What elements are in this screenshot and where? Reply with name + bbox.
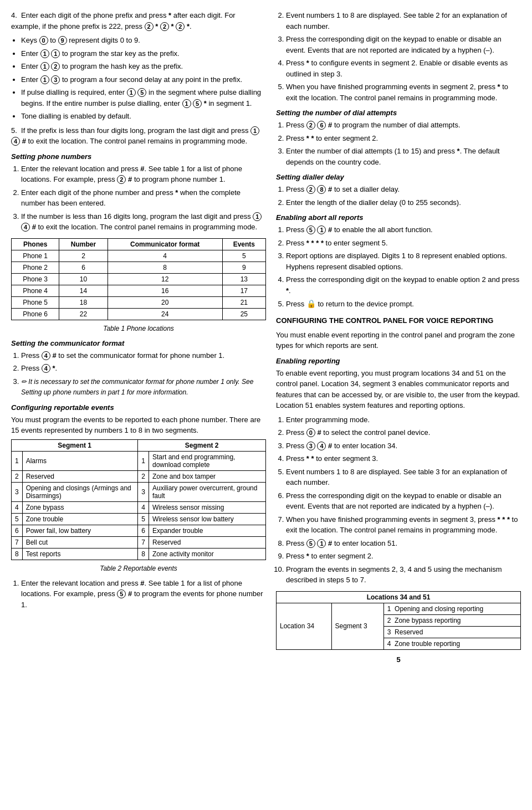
comm-step-3: ✏ It is necessary to set the communicato… bbox=[21, 376, 266, 398]
table1-header-number: Number bbox=[59, 238, 108, 250]
left-column: 4. Enter each digit of the phone prefix … bbox=[11, 10, 266, 664]
intro-bullet-1: Keys 0 to 9 represent digits 0 to 9. bbox=[21, 35, 266, 46]
table1-header-events: Events bbox=[222, 238, 265, 250]
table-row: 2Reserved 2Zone and box tamper bbox=[12, 470, 266, 482]
events-intro-section: Event numbers 1 to 8 are displayed. See … bbox=[276, 10, 521, 103]
table-row: Phone 6222425 bbox=[12, 308, 266, 320]
configuring-voice-header: CONFIGURING THE CONTROL PANEL FOR VOICE … bbox=[276, 315, 521, 326]
setting-phone-numbers-header: Setting phone numbers bbox=[11, 152, 266, 161]
right-column: Event numbers 1 to 8 are displayed. See … bbox=[276, 10, 521, 664]
configuring-voice-text: You must enable event reporting in the c… bbox=[276, 330, 521, 351]
abort-step-1: Press 5 1 # to enable the all abort func… bbox=[286, 224, 521, 235]
table-row: Phone 5182021 bbox=[12, 296, 266, 308]
enabling-reporting-header: Enabling reporting bbox=[276, 357, 521, 365]
enabling-step-4: Press * * to enter segment 3. bbox=[286, 453, 521, 464]
table-row: 1Alarms 1Start and end programming, down… bbox=[12, 451, 266, 470]
dial-attempts-section: Setting the number of dial attempts Pres… bbox=[276, 109, 521, 167]
seg3-label: Segment 3 bbox=[331, 603, 383, 649]
configuring-reportable-section: Configuring reportable events You must p… bbox=[11, 403, 266, 611]
configuring-reportable-text: You must program the events to be report… bbox=[11, 414, 266, 436]
bottom-step-1: Enter the relevant location and press #.… bbox=[21, 578, 266, 611]
table1-caption: Table 1 Phone locations bbox=[11, 324, 266, 334]
table-row: Location 34 Segment 3 1 Opening and clos… bbox=[277, 603, 521, 614]
dial-attempts-steps: Press 2 6 # to program the number of dia… bbox=[286, 120, 521, 167]
table-row: 3Opening and closings (Armings and Disar… bbox=[12, 482, 266, 501]
table3-section: Locations 34 and 51 Location 34 Segment … bbox=[276, 591, 521, 650]
intro-item-4: 4. Enter each digit of the phone prefix … bbox=[11, 10, 266, 32]
table-row: Phone 4141617 bbox=[12, 285, 266, 296]
enabling-step-8: Press 5 1 # to enter location 51. bbox=[286, 538, 521, 549]
enabling-step-2: Press 0 # to select the control panel de… bbox=[286, 427, 521, 438]
delay-step-2: Enter the length of the dialler delay (0… bbox=[286, 197, 521, 208]
setting-phone-step-2: Enter each digit of the phone number and… bbox=[21, 187, 266, 209]
abort-step-3: Report options are displayed. Digits 1 t… bbox=[286, 250, 521, 272]
configuring-reportable-header: Configuring reportable events bbox=[11, 403, 266, 412]
intro-bullet-3: Enter 1 2 to program the hash key as the… bbox=[21, 61, 266, 72]
table-row: 5Zone trouble 5Wireless sensor low batte… bbox=[12, 513, 266, 525]
setting-comm-header: Setting the communicator format bbox=[11, 339, 266, 347]
enabling-step-10: Program the events in segments 2, 3, 4 a… bbox=[286, 564, 521, 586]
enabling-steps: Enter programming mode. Press 0 # to sel… bbox=[286, 414, 521, 586]
delay-step-1: Press 2 8 # to set a dialler delay. bbox=[286, 184, 521, 195]
table1-section: Phones Number Communicator format Events… bbox=[11, 238, 266, 334]
intro-section: 4. Enter each digit of the phone prefix … bbox=[11, 10, 266, 147]
events-step-2: Event numbers 1 to 8 are displayed. See … bbox=[286, 10, 521, 32]
page-number: 5 bbox=[276, 655, 521, 664]
table1: Phones Number Communicator format Events… bbox=[11, 238, 266, 320]
table1-header-comm: Communicator format bbox=[108, 238, 222, 250]
loc34-label: Location 34 bbox=[277, 603, 332, 649]
abort-step-4: Press the corresponding digit on the key… bbox=[286, 274, 521, 296]
enabling-step-6: Press the corresponding digit on the key… bbox=[286, 490, 521, 512]
events-step-5: When you have finished programming event… bbox=[286, 81, 521, 103]
table-row: Phone 3101213 bbox=[12, 273, 266, 285]
table-row: 4Zone bypass 4Wireless sensor missing bbox=[12, 501, 266, 513]
table-row: 7Bell cut 7Reserved bbox=[12, 536, 266, 548]
intro-item-5: 5. If the prefix is less than four digit… bbox=[11, 125, 266, 147]
setting-phone-step-1: Enter the relevant location and press #.… bbox=[21, 163, 266, 185]
intro-bullet-6: Tone dialling is enabled by default. bbox=[21, 111, 266, 122]
setting-phone-numbers-section: Setting phone numbers Enter the relevant… bbox=[11, 152, 266, 233]
enabling-step-1: Enter programming mode. bbox=[286, 414, 521, 425]
abort-step-2: Press * * * * to enter segment 5. bbox=[286, 238, 521, 249]
dial-attempts-header: Setting the number of dial attempts bbox=[276, 109, 521, 117]
abort-header: Enabling abort all reports bbox=[276, 213, 521, 222]
events-intro-steps: Event numbers 1 to 8 are displayed. See … bbox=[286, 10, 521, 103]
table-row: Phone 2689 bbox=[12, 262, 266, 273]
abort-step-5: Press 🔒 to return to the device prompt. bbox=[286, 298, 521, 310]
table3-main-header: Locations 34 and 51 bbox=[277, 591, 521, 603]
table3: Locations 34 and 51 Location 34 Segment … bbox=[276, 591, 521, 650]
enabling-step-9: Press * to enter segment 2. bbox=[286, 551, 521, 562]
table-row: 6Power fail, low battery 6Expander troub… bbox=[12, 525, 266, 536]
dialler-delay-steps: Press 2 8 # to set a dialler delay. Ente… bbox=[286, 184, 521, 208]
bottom-steps: Enter the relevant location and press #.… bbox=[21, 578, 266, 611]
events-step-3: Press the corresponding digit on the key… bbox=[286, 34, 521, 55]
enabling-reporting-text: To enable event reporting, you must prog… bbox=[276, 368, 521, 411]
table-row: Phone 1245 bbox=[12, 250, 266, 262]
abort-section: Enabling abort all reports Press 5 1 # t… bbox=[276, 213, 521, 310]
dialler-delay-section: Setting dialler delay Press 2 8 # to set… bbox=[276, 173, 521, 208]
table1-header-phones: Phones bbox=[12, 238, 59, 250]
enabling-reporting-section: Enabling reporting To enable event repor… bbox=[276, 357, 521, 586]
abort-steps: Press 5 1 # to enable the all abort func… bbox=[286, 224, 521, 310]
dialler-delay-header: Setting dialler delay bbox=[276, 173, 521, 181]
comm-step-1: Press 4 # to set the communicator format… bbox=[21, 350, 266, 361]
intro-bullet-5: If pulse dialling is required, enter 1 5… bbox=[21, 87, 266, 109]
setting-phone-step-3: If the number is less than 16 digits lon… bbox=[21, 211, 266, 233]
table2-caption: Table 2 Reportable events bbox=[11, 563, 266, 573]
dial-step-1: Press 2 6 # to program the number of dia… bbox=[286, 120, 521, 131]
table-row: 8Test reports 8Zone activity monitor bbox=[12, 548, 266, 560]
comm-step-2: Press 4 *. bbox=[21, 363, 266, 374]
intro-bullet-2: Enter 1 1 to program the star key as the… bbox=[21, 48, 266, 59]
enabling-step-7: When you have finished programming event… bbox=[286, 514, 521, 536]
dial-step-2: Press * * to enter segment 2. bbox=[286, 133, 521, 144]
configuring-voice-section: CONFIGURING THE CONTROL PANEL FOR VOICE … bbox=[276, 315, 521, 351]
setting-phone-steps: Enter the relevant location and press #.… bbox=[21, 163, 266, 233]
table2-seg1-header: Segment 1 bbox=[12, 439, 138, 451]
intro-bullets: Keys 0 to 9 represent digits 0 to 9. Ent… bbox=[21, 35, 266, 122]
setting-comm-section: Setting the communicator format Press 4 … bbox=[11, 339, 266, 398]
enabling-step-3: Press 3 4 # to enter location 34. bbox=[286, 440, 521, 452]
setting-comm-steps: Press 4 # to set the communicator format… bbox=[21, 350, 266, 398]
enabling-step-5: Event numbers 1 to 8 are displayed. See … bbox=[286, 466, 521, 488]
events-step-4: Press * to configure events in segment 2… bbox=[286, 58, 521, 79]
table2: Segment 1 Segment 2 1Alarms 1Start and e… bbox=[11, 439, 266, 560]
